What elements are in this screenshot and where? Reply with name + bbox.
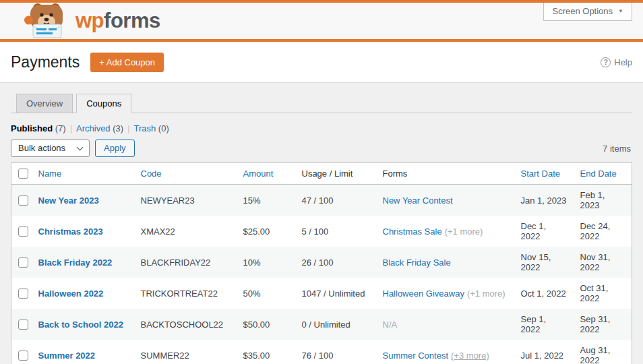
filter-link-published[interactable]: Published (7) xyxy=(11,123,66,133)
filter-count: (7) xyxy=(55,123,66,133)
amount-cell: $25.00 xyxy=(237,216,295,247)
form-extra-count[interactable]: (+3 more) xyxy=(451,351,489,361)
end-date-cell: Dec 24, 2022 xyxy=(574,216,632,247)
form-link[interactable]: Halloween Giveaway xyxy=(383,289,464,299)
forms-cell: Black Friday Sale xyxy=(376,247,514,278)
page-heading-band: Payments + Add Coupon ? Help xyxy=(0,42,643,83)
sort-link[interactable]: Code xyxy=(141,169,162,179)
end-date-cell: Nov 31, 2022 xyxy=(574,247,632,278)
status-filter-links: Published (7)|Archived (3)|Trash (0) xyxy=(11,123,632,133)
start-date-cell: Oct 1, 2022 xyxy=(514,278,574,309)
filter-link-archived[interactable]: Archived (3) xyxy=(76,123,123,133)
forms-cell: Summer Contest(+3 more) xyxy=(376,340,514,364)
row-checkbox[interactable] xyxy=(18,257,28,268)
coupon-name-link[interactable]: Christmas 2023 xyxy=(38,226,103,237)
table-row: Christmas 2023XMAX22$25.005 / 100Christm… xyxy=(11,216,632,247)
filter-count: (0) xyxy=(158,123,169,133)
sort-link[interactable]: Amount xyxy=(243,169,274,179)
amount-cell: 15% xyxy=(237,185,295,216)
start-date-cell: Jul 1, 2022 xyxy=(514,340,574,364)
coupon-name-link[interactable]: New Year 2023 xyxy=(38,195,99,206)
start-date-cell: Sep 1, 2022 xyxy=(514,309,574,340)
amount-cell: $50.00 xyxy=(237,309,295,340)
forms-cell: Christmas Sale(+1 more) xyxy=(376,216,514,247)
table-row: Halloween 2022TRICKORTREAT2250%1047 / Un… xyxy=(11,278,632,309)
usage-cell: 1047 / Unlimited xyxy=(295,278,376,309)
row-checkbox[interactable] xyxy=(18,351,28,361)
end-date-cell: Feb 1, 2023 xyxy=(574,185,632,216)
code-cell: SUMMER22 xyxy=(134,340,237,364)
column-header-start-date: Start Date xyxy=(514,163,574,185)
row-select-cell xyxy=(11,185,32,216)
start-date-cell: Dec 1, 2022 xyxy=(514,216,574,247)
column-header-name: Name xyxy=(32,163,134,185)
form-na: N/A xyxy=(383,320,398,330)
code-cell: BLACKFRIDAY22 xyxy=(134,247,237,278)
apply-button[interactable]: Apply xyxy=(95,140,135,157)
column-header-end-date: End Date xyxy=(574,163,632,185)
bulk-actions-select[interactable]: Bulk actions xyxy=(11,140,90,157)
form-link[interactable]: Christmas Sale xyxy=(383,226,442,237)
content-area: OverviewCoupons Published (7)|Archived (… xyxy=(0,94,643,364)
separator: | xyxy=(70,123,72,133)
name-cell: New Year 2023 xyxy=(32,185,134,216)
start-date-cell: Nov 15, 2022 xyxy=(514,247,574,278)
name-cell: Summer 2022 xyxy=(32,340,134,364)
table-row: New Year 2023NEWYEAR2315%47 / 100New Yea… xyxy=(11,185,632,216)
column-header-code: Code xyxy=(134,163,237,185)
tab-coupons[interactable]: Coupons xyxy=(76,94,131,113)
forms-cell: Halloween Giveaway(+1 more) xyxy=(376,278,514,309)
help-label: Help xyxy=(614,57,632,67)
page-title: Payments xyxy=(11,53,80,71)
row-select-cell xyxy=(11,247,32,278)
coupon-name-link[interactable]: Halloween 2022 xyxy=(38,289,104,299)
row-checkbox[interactable] xyxy=(18,320,28,330)
row-checkbox[interactable] xyxy=(18,289,28,299)
amount-cell: 50% xyxy=(237,278,295,309)
sort-link[interactable]: End Date xyxy=(580,169,617,179)
coupon-name-link[interactable]: Black Friday 2022 xyxy=(38,257,113,268)
table-row: Summer 2022SUMMER22$35.0076 / 100Summer … xyxy=(11,340,632,364)
end-date-cell: Aug 31, 2022 xyxy=(574,340,632,364)
help-link[interactable]: ? Help xyxy=(601,57,632,67)
coupon-name-link[interactable]: Summer 2022 xyxy=(38,351,96,361)
form-link[interactable]: Summer Contest xyxy=(383,351,449,361)
row-select-cell xyxy=(11,216,32,247)
code-cell: TRICKORTREAT22 xyxy=(134,278,237,309)
form-link[interactable]: New Year Contest xyxy=(383,195,453,206)
usage-cell: 0 / Unlimited xyxy=(295,309,376,340)
select-all-checkbox[interactable] xyxy=(18,169,28,179)
name-cell: Black Friday 2022 xyxy=(32,247,134,278)
help-icon: ? xyxy=(601,57,611,67)
usage-cell: 76 / 100 xyxy=(295,340,376,364)
screen-options-label: Screen Options xyxy=(552,6,613,16)
start-date-cell: Jan 1, 2023 xyxy=(514,185,574,216)
row-select-cell xyxy=(11,309,32,340)
name-cell: Back to School 2022 xyxy=(32,309,134,340)
items-count: 7 items xyxy=(603,144,632,154)
row-checkbox[interactable] xyxy=(18,195,28,206)
code-cell: NEWYEAR23 xyxy=(134,185,237,216)
coupon-name-link[interactable]: Back to School 2022 xyxy=(38,320,123,330)
filter-count: (3) xyxy=(113,123,123,133)
sort-link[interactable]: Start Date xyxy=(521,169,561,179)
tablenav-top: Bulk actions Apply 7 items xyxy=(11,140,632,157)
wpforms-bear-logo xyxy=(24,2,69,40)
tab-overview[interactable]: Overview xyxy=(16,94,73,113)
filter-link-trash[interactable]: Trash (0) xyxy=(134,123,169,133)
end-date-cell: Sep 31, 2022 xyxy=(574,309,632,340)
table-header-row: NameCodeAmountUsage / LimitFormsStart Da… xyxy=(11,163,632,185)
usage-cell: 26 / 100 xyxy=(295,247,376,278)
separator: | xyxy=(127,123,129,133)
tab-bar: OverviewCoupons xyxy=(11,94,632,113)
screen-options-button[interactable]: Screen Options ▼ xyxy=(543,3,632,21)
row-select-cell xyxy=(11,278,32,309)
sort-link[interactable]: Name xyxy=(38,169,62,179)
amount-cell: 10% xyxy=(237,247,295,278)
add-coupon-button[interactable]: + Add Coupon xyxy=(90,53,164,72)
form-link[interactable]: Black Friday Sale xyxy=(383,257,451,268)
coupons-table: NameCodeAmountUsage / LimitFormsStart Da… xyxy=(11,162,632,364)
code-cell: XMAX22 xyxy=(134,216,237,247)
row-checkbox[interactable] xyxy=(18,226,28,237)
column-header-forms: Forms xyxy=(376,163,514,185)
